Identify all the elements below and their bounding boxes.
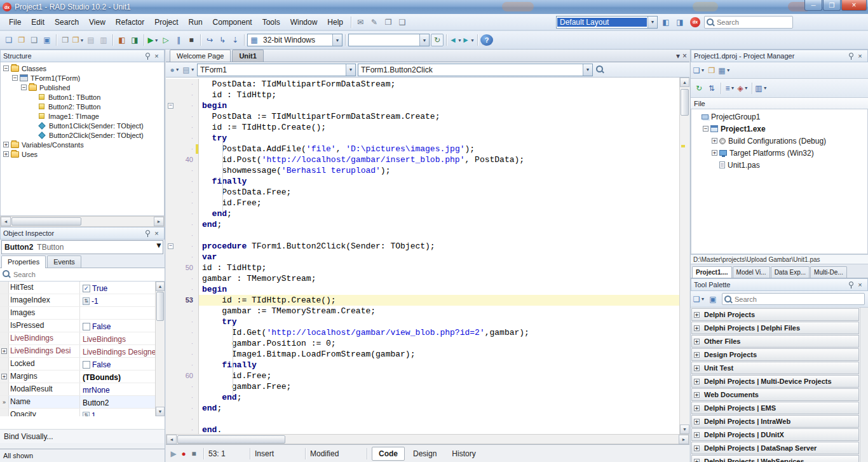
tree-item[interactable]: −Classes <box>1 64 164 73</box>
gutter-cell[interactable]: −· <box>166 241 199 252</box>
build-group-icon[interactable]: ◈▼ <box>736 82 749 95</box>
expand-icon[interactable]: + <box>712 138 717 144</box>
chevron-down-icon[interactable]: ▼ <box>346 64 355 76</box>
gutter-cell[interactable]: · <box>166 306 199 316</box>
gutter-cell[interactable]: · <box>166 316 199 327</box>
code-line[interactable]: 60 id.Free; <box>166 370 679 381</box>
palette-category[interactable]: +Web Documents <box>691 388 859 401</box>
dock-window-icon[interactable]: ❑ <box>396 16 409 29</box>
inspector-v-scrollbar[interactable]: ▲▼ <box>155 282 165 416</box>
close-button[interactable]: × <box>841 0 867 11</box>
target-platform-combo[interactable]: ▦ 32-bit Windows ▼ <box>247 34 342 46</box>
expand-icon[interactable]: + <box>694 392 700 398</box>
pin-icon[interactable] <box>846 51 855 61</box>
gutter-cell[interactable]: · <box>166 165 199 176</box>
property-search-input[interactable] <box>1 269 163 280</box>
gutter-cell[interactable]: · <box>166 381 199 392</box>
apply-layout-icon[interactable]: ◧ <box>660 16 672 29</box>
palette-category[interactable]: +Other Files <box>691 335 859 348</box>
palette-category[interactable]: +Delphi Projects | IntraWeb <box>691 415 859 428</box>
run-to-cursor-icon[interactable]: ⇣ <box>229 34 241 46</box>
tree-item[interactable]: −Published <box>1 83 164 92</box>
expand-icon[interactable]: + <box>694 405 700 411</box>
feedback-icon[interactable]: ✎ <box>368 16 381 29</box>
scroll-right-icon[interactable]: ► <box>154 217 164 226</box>
view-tab-code[interactable]: Code <box>372 447 405 461</box>
code-editor[interactable]: · PostData: TIdMultipartFormDataStream;·… <box>166 78 689 434</box>
property-row[interactable]: Opacity⇅1 <box>0 409 165 416</box>
gutter-cell[interactable]: 53 <box>166 295 199 306</box>
pause-icon[interactable]: ∥ <box>172 34 185 46</box>
property-value[interactable]: ⇅1 <box>80 409 165 416</box>
refresh-devices-icon[interactable]: ↻ <box>431 34 444 46</box>
sort-list-icon[interactable]: ≡▼ <box>724 82 736 95</box>
find-in-file[interactable] <box>595 64 606 76</box>
scroll-up-icon[interactable]: ▲ <box>680 78 689 87</box>
expand-icon[interactable]: + <box>694 432 700 438</box>
menu-window[interactable]: Window <box>285 15 323 29</box>
gutter-cell[interactable]: · <box>166 252 199 262</box>
editor-h-scrollbar[interactable]: ◄ ► <box>166 434 689 444</box>
property-row[interactable]: LiveBindingsLiveBindings <box>0 332 165 345</box>
property-row[interactable]: ImageIndex⇅-1 <box>0 294 165 307</box>
palette-wizard-icon[interactable]: ▣ <box>707 293 719 306</box>
chevron-down-icon[interactable]: ▼ <box>419 34 429 46</box>
code-line[interactable]: −·begin <box>166 100 679 111</box>
package-options-icon[interactable]: ◨ <box>128 34 141 46</box>
property-row[interactable]: HitTest✓True <box>0 282 165 294</box>
code-line[interactable]: · PostData.Free; <box>166 187 679 198</box>
view-tab-history[interactable]: History <box>445 447 482 461</box>
expand-icon[interactable]: + <box>3 142 9 147</box>
tree-item[interactable]: −TForm1(TForm) <box>1 73 164 83</box>
gutter-cell[interactable]: 60 <box>166 370 199 381</box>
expand-icon[interactable]: + <box>0 370 9 383</box>
tab-events[interactable]: Events <box>47 255 81 268</box>
property-value[interactable]: mrNone <box>80 383 165 395</box>
macro-stop-icon[interactable]: ■ <box>189 449 199 458</box>
expand-icon[interactable]: + <box>694 459 700 462</box>
checkbox-unchecked-icon[interactable] <box>83 323 90 330</box>
back-icon[interactable]: ◄▼ <box>449 34 462 46</box>
property-value[interactable]: ⇅-1 <box>80 294 165 306</box>
code-line[interactable]: · PostData := TIdMultipartFormDataStream… <box>166 111 679 122</box>
menu-tools[interactable]: Tools <box>257 15 285 29</box>
gutter-cell[interactable]: · <box>166 90 199 100</box>
collapse-icon[interactable]: − <box>21 85 27 90</box>
platforms-list-icon[interactable]: ▥▼ <box>755 82 768 95</box>
selected-object-combo[interactable]: Button2 TButton ▼ <box>1 240 163 254</box>
macro-record-icon[interactable]: ● <box>179 449 189 458</box>
expand-icon[interactable]: + <box>3 151 9 157</box>
fold-collapse-icon[interactable]: − <box>168 103 173 109</box>
palette-v-scrollbar[interactable] <box>860 308 868 462</box>
gutter-cell[interactable]: · <box>166 327 199 338</box>
property-value[interactable]: LiveBindings Designer <box>80 345 165 357</box>
gutter-cell[interactable]: · <box>166 414 199 425</box>
tree-item[interactable]: ProjectGroup1 <box>691 111 867 123</box>
code-line[interactable]: ·end; <box>166 403 679 414</box>
close-icon[interactable]: × <box>855 280 865 290</box>
property-value[interactable]: Button2 <box>80 396 165 408</box>
code-line[interactable]: · try <box>166 133 679 144</box>
expand-icon[interactable]: + <box>694 352 700 358</box>
editor-v-scrollbar[interactable]: ▲ ▼ <box>679 78 689 434</box>
maximize-button[interactable]: ❐ <box>823 0 841 11</box>
gutter-cell[interactable]: · <box>166 79 199 90</box>
close-icon[interactable]: × <box>152 51 161 61</box>
sync-icon[interactable]: ↻ <box>693 82 705 95</box>
save-as-icon[interactable]: ❑ <box>28 34 41 46</box>
expand-icon[interactable]: + <box>712 150 717 156</box>
expand-icon[interactable]: + <box>1 348 7 354</box>
menu-view[interactable]: View <box>84 15 111 29</box>
save-icon[interactable]: ▤ <box>85 34 97 46</box>
gutter-cell[interactable]: · <box>166 144 199 154</box>
tree-item[interactable]: +Target Platforms (Win32) <box>691 147 867 159</box>
minimize-button[interactable]: ─ <box>804 0 822 11</box>
gutter-cell[interactable]: · <box>166 219 199 230</box>
history-list-icon[interactable]: ▤▼ <box>182 64 195 76</box>
menu-file[interactable]: File <box>4 15 26 29</box>
fold-collapse-icon[interactable]: − <box>168 243 173 249</box>
menu-run[interactable]: Run <box>184 15 208 29</box>
code-line[interactable]: · finally <box>166 176 679 187</box>
checkbox-checked-icon[interactable]: ✓ <box>83 285 90 292</box>
property-row[interactable]: IsPressedFalse <box>0 320 165 332</box>
